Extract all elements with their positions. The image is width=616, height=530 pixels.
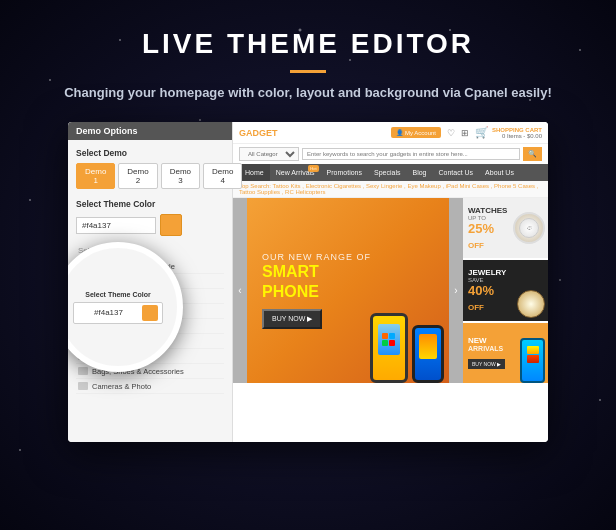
menu-icon (78, 367, 88, 375)
demo-btn-4[interactable]: Demo 4 (203, 163, 242, 189)
store-nav: Home New Arrivals Hot Promotions Special… (233, 164, 548, 181)
jewelry-image (517, 290, 545, 318)
store-search-row: All Categories 🔍 (233, 144, 548, 164)
cart-icon: 🛒 (475, 126, 489, 139)
demo-container: Demo Options Select Demo Demo 1 Demo 2 D… (68, 122, 548, 442)
page-wrapper: LIVE THEME EDITOR Changing your homepage… (0, 0, 616, 442)
nav-hot-badge: Hot (308, 165, 318, 172)
theme-color-label: Select Theme Color (76, 199, 224, 209)
buy-now-button[interactable]: BUY NOW ▶ (262, 309, 322, 329)
subtitle: Changing your homepage with color, layou… (64, 85, 552, 100)
magnifier-inner: Select Theme Color #f4a137 (68, 248, 177, 366)
color-swatch[interactable] (160, 214, 182, 236)
menu-item: Cameras & Photo (76, 379, 224, 394)
side-banner-new-arrivals: NEW ARRIVALS BUY NOW ▶ (463, 323, 548, 383)
phone-blue (412, 325, 444, 383)
banner-text-area: OUR NEW RANGE OF SMART PHONE BUY NOW ▶ (247, 237, 386, 343)
nav-blog[interactable]: Blog (406, 164, 432, 181)
title-divider (290, 70, 326, 73)
search-input[interactable] (302, 148, 520, 160)
new-arrivals-phone (520, 338, 545, 383)
select-demo-label: Select Demo (76, 148, 224, 158)
nav-about[interactable]: About Us (479, 164, 520, 181)
magnifier-color-section: Select Theme Color #f4a137 (73, 291, 163, 324)
banner-prev-arrow[interactable]: ‹ (233, 198, 247, 383)
side-banner-watches: WATCHES UP TO 25% OFF ⏱ (463, 198, 548, 258)
demo-btn-2[interactable]: Demo 2 (118, 163, 157, 189)
menu-icon (78, 382, 88, 390)
banner-area: ‹ OUR NEW RANGE OF SMART PHONE BUY NOW ▶ (233, 198, 548, 383)
banner-title: SMART PHONE (262, 262, 371, 300)
category-select[interactable]: All Categories (239, 147, 299, 161)
nav-new-arrivals[interactable]: New Arrivals Hot (270, 164, 321, 181)
wishlist-icon[interactable]: ♡ (447, 128, 455, 138)
header-right: 👤 My Account ♡ ⊞ 🛒 SHOPPING CART 0 Items… (391, 126, 542, 139)
color-input-row (76, 214, 224, 236)
nav-home[interactable]: Home (239, 164, 270, 181)
banner-next-arrow[interactable]: › (449, 198, 463, 383)
color-section: Select Theme Color (76, 199, 224, 236)
cart-area: 🛒 SHOPPING CART 0 Items - $0.00 (475, 126, 542, 139)
main-banner: OUR NEW RANGE OF SMART PHONE BUY NOW ▶ (247, 198, 449, 383)
new-arrivals-buy-btn[interactable]: BUY NOW ▶ (468, 359, 505, 369)
nav-contact[interactable]: Contact Us (432, 164, 479, 181)
compare-icon[interactable]: ⊞ (461, 128, 469, 138)
person-icon: 👤 (396, 129, 403, 136)
banner-subtitle: OUR NEW RANGE OF (262, 252, 371, 262)
demo-btn-1[interactable]: Demo 1 (76, 163, 115, 189)
demo-buttons: Demo 1 Demo 2 Demo 3 Demo 4 (76, 163, 224, 189)
store-header: GADGET 👤 My Account ♡ ⊞ 🛒 SHOPPING CART (233, 122, 548, 144)
main-title: LIVE THEME EDITOR (142, 28, 474, 60)
top-searches: Top Search: Tattoo Kits , Electronic Cig… (233, 181, 548, 198)
magnifier-color-swatch (142, 305, 158, 321)
magnifier-label: Select Theme Color (73, 291, 163, 298)
search-button[interactable]: 🔍 (523, 147, 542, 161)
store-area: GADGET 👤 My Account ♡ ⊞ 🛒 SHOPPING CART (233, 122, 548, 442)
store-logo: GADGET (239, 128, 278, 138)
side-banner-jewelry: JEWELRY SAVE 40% OFF (463, 260, 548, 320)
watch-image: ⏱ (513, 212, 545, 244)
nav-promotions[interactable]: Promotions (321, 164, 368, 181)
color-text-input[interactable] (76, 217, 156, 234)
magnifier-input-row: #f4a137 (73, 302, 163, 324)
demo-options-title: Demo Options (68, 122, 232, 140)
my-account-btn[interactable]: 👤 My Account (391, 127, 441, 138)
right-banners: WATCHES UP TO 25% OFF ⏱ (463, 198, 548, 383)
nav-specials[interactable]: Specials (368, 164, 406, 181)
demo-btn-3[interactable]: Demo 3 (161, 163, 200, 189)
